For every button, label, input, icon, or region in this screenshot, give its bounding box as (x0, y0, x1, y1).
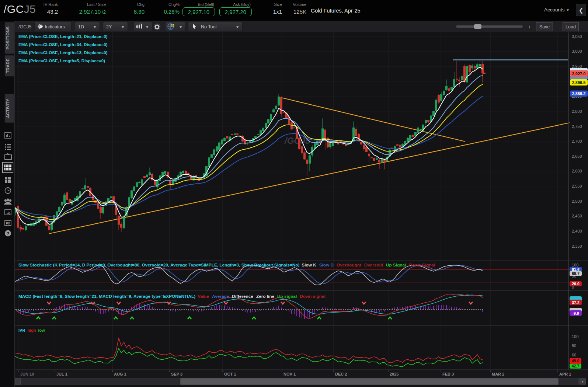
svg-text:2,600: 2,600 (572, 169, 582, 173)
svg-text:FEB 3: FEB 3 (442, 372, 454, 376)
svg-text:▾: ▾ (582, 380, 584, 384)
svg-text:FX: FX (6, 222, 10, 225)
svg-text:42.7: 42.7 (572, 364, 580, 368)
svg-text:100: 100 (572, 263, 578, 267)
svg-text:3,050: 3,050 (572, 34, 582, 39)
svg-text:EMA (Price=CLOSE, Length=21, D: EMA (Price=CLOSE, Length=21, Displace=0) (18, 34, 108, 39)
svg-text:TRADE: TRADE (6, 58, 10, 73)
svg-text:2,927.0: 2,927.0 (572, 72, 586, 76)
svg-text:2,750: 2,750 (572, 124, 582, 129)
svg-text:POSITIONS: POSITIONS (6, 26, 10, 49)
svg-text:2,350: 2,350 (572, 244, 582, 248)
svg-text:OCT 1: OCT 1 (224, 372, 236, 376)
svg-text:100: 100 (572, 334, 578, 339)
svg-text:Slow Stochastic (K Period=14,: Slow Stochastic (K Period=14, D Period=9… (18, 262, 435, 268)
svg-text:20.0: 20.0 (572, 282, 580, 286)
svg-text:2,859.2: 2,859.2 (572, 91, 586, 96)
svg-text:EMA (Price=CLOSE, Length=34, D: EMA (Price=CLOSE, Length=34, Displace=0) (18, 42, 108, 47)
svg-text:JUL 1: JUL 1 (56, 372, 67, 376)
svg-text:37.2: 37.2 (572, 300, 580, 305)
svg-text:2,700: 2,700 (572, 139, 582, 143)
svg-text:NOV 1: NOV 1 (283, 372, 296, 376)
svg-text:-9.9: -9.9 (572, 311, 579, 315)
svg-text:?: ? (7, 231, 9, 236)
svg-text:49.0: 49.0 (572, 359, 580, 363)
svg-text:APR 1: APR 1 (559, 372, 571, 376)
svg-text:MAR 2: MAR 2 (492, 372, 504, 376)
svg-text:2,450: 2,450 (572, 214, 582, 218)
svg-text:JUN 10: JUN 10 (20, 372, 34, 376)
svg-text:2,896.5: 2,896.5 (572, 80, 586, 85)
svg-text:68.7: 68.7 (572, 271, 580, 276)
svg-text:MACD (Fast length=8, Slow leng: MACD (Fast length=8, Slow length=21, MAC… (18, 294, 326, 299)
svg-text:60: 60 (572, 353, 576, 357)
svg-text:EMA (Price=CLOSE, Length=5, Di: EMA (Price=CLOSE, Length=5, Displace=0) (18, 59, 105, 63)
svg-text:3,000: 3,000 (572, 49, 582, 53)
svg-text:SEP 3: SEP 3 (171, 372, 182, 376)
svg-text:AUG 1: AUG 1 (114, 372, 126, 376)
svg-text:2,650: 2,650 (572, 154, 582, 158)
svg-text:2,800: 2,800 (572, 109, 582, 114)
svg-text:IVRhighlow: IVRhighlow (18, 328, 45, 332)
svg-text:ACTIVITY: ACTIVITY (6, 98, 10, 118)
svg-text:2,400: 2,400 (572, 229, 582, 233)
svg-text:EMA (Price=CLOSE, Length=13, D: EMA (Price=CLOSE, Length=13, Displace=0) (18, 50, 108, 55)
svg-text:2,550: 2,550 (572, 184, 582, 188)
svg-text:2025: 2025 (390, 372, 399, 376)
svg-text:80: 80 (572, 344, 576, 348)
svg-text:2,500: 2,500 (572, 199, 582, 203)
svg-text:DEC 2: DEC 2 (335, 372, 347, 376)
